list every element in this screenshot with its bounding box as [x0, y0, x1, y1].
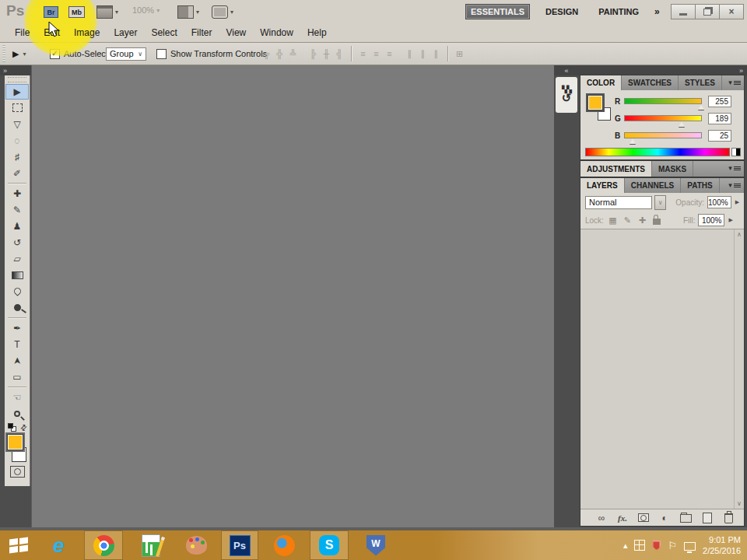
taskbar-editor-button[interactable] [135, 530, 167, 560]
eraser-tool[interactable]: ▱ [5, 250, 30, 267]
delete-layer-icon[interactable] [723, 512, 734, 523]
workspace-overflow-button[interactable]: » [654, 6, 660, 17]
lock-pixels-icon[interactable]: ✎ [622, 215, 633, 226]
distribute-left-edges-icon[interactable]: ∥ [404, 47, 416, 60]
path-selection-tool[interactable]: ➤ [5, 352, 30, 369]
foreground-color-swatch[interactable] [7, 434, 23, 450]
tray-flag-icon[interactable]: ⚐ [668, 540, 677, 551]
tab-layers[interactable]: LAYERS [580, 178, 625, 193]
crop-tool[interactable]: ♯ [5, 149, 30, 165]
panel-menu-icon[interactable]: ▾ [728, 163, 741, 173]
taskbar-paint-button[interactable] [181, 530, 212, 560]
restore-button[interactable] [695, 4, 720, 19]
lock-position-icon[interactable]: ✚ [637, 215, 648, 226]
pen-tool[interactable]: ✒ [5, 320, 30, 336]
foreground-color-swatch[interactable] [587, 95, 603, 110]
slider-handle[interactable] [698, 104, 704, 110]
tab-adjustments[interactable]: ADJUSTMENTS [580, 161, 652, 177]
close-button[interactable]: × [719, 4, 744, 19]
align-top-edges-icon[interactable]: ╦ [261, 47, 272, 60]
brush-tool[interactable]: ✎ [5, 201, 30, 218]
blur-tool[interactable] [5, 283, 30, 299]
taskbar-photoshop-button[interactable]: Ps [221, 530, 258, 560]
history-panel-chip[interactable]: ▚▚ ↺ [556, 77, 577, 113]
clone-stamp-tool[interactable]: ♟ [5, 218, 30, 234]
green-slider[interactable] [624, 115, 702, 121]
menu-filter[interactable]: Filter [184, 25, 219, 40]
tool-preset-button[interactable]: ▶ ▾ [12, 43, 26, 65]
fill-field[interactable]: 100% [698, 214, 724, 226]
red-value-field[interactable]: 255 [708, 96, 731, 107]
launch-mini-bridge-button[interactable]: Mb [68, 6, 85, 18]
fill-spinner-icon[interactable]: ▶ [728, 217, 732, 223]
align-horizontal-centers-icon[interactable]: ╫ [321, 47, 332, 60]
lock-all-icon[interactable] [651, 215, 663, 225]
workspace-essentials[interactable]: ESSENTIALS [465, 4, 530, 19]
tab-styles[interactable]: STYLES [679, 75, 722, 90]
tray-window-icon[interactable] [634, 540, 645, 551]
align-bottom-edges-icon[interactable]: ╩ [287, 47, 299, 60]
menu-view[interactable]: View [219, 25, 253, 40]
tab-masks[interactable]: MASKS [652, 161, 693, 177]
taskbar-chrome-button[interactable] [84, 530, 123, 560]
distribute-bottom-edges-icon[interactable]: ≡ [384, 47, 395, 60]
distribute-right-edges-icon[interactable]: ∥ [430, 47, 442, 60]
auto-select-checkbox[interactable]: ✓ [50, 49, 60, 59]
blue-value-field[interactable]: 25 [708, 130, 731, 142]
taskbar-skype-button[interactable]: S [310, 530, 349, 560]
eyedropper-tool[interactable]: ✐ [5, 165, 30, 181]
options-grip[interactable] [2, 45, 5, 62]
tab-paths[interactable]: PATHS [681, 178, 719, 193]
start-button[interactable] [3, 530, 34, 560]
arrange-documents-button[interactable]: ▾ [177, 5, 199, 19]
opacity-field[interactable]: 100% [707, 196, 731, 208]
blue-slider[interactable] [624, 132, 702, 138]
new-adjustment-layer-icon[interactable]: ◐ [659, 513, 670, 523]
tab-swatches[interactable]: SWATCHES [622, 75, 679, 90]
rectangular-marquee-tool[interactable] [5, 100, 30, 116]
lock-transparency-icon[interactable]: ▦ [607, 215, 619, 226]
toolbox-header[interactable]: » [0, 65, 31, 75]
distribute-vertical-centers-icon[interactable]: ≡ [370, 47, 382, 60]
layer-style-icon[interactable]: fx. [617, 513, 628, 523]
blend-mode-chevron[interactable]: ∨ [654, 195, 666, 210]
menu-file[interactable]: File [8, 25, 37, 40]
slider-handle[interactable] [679, 121, 685, 127]
color-spectrum-ramp[interactable] [585, 148, 730, 156]
new-group-icon[interactable] [680, 513, 692, 523]
workspace-painting[interactable]: PAINTING [594, 5, 644, 19]
type-tool[interactable]: T [5, 336, 30, 352]
dodge-tool[interactable] [5, 299, 30, 316]
menu-help[interactable]: Help [300, 25, 334, 40]
default-colors-icon[interactable] [8, 423, 16, 432]
layers-list[interactable]: ∧ ∨ [580, 229, 744, 509]
scroll-down-icon[interactable]: ∨ [737, 500, 742, 507]
taskbar-clock[interactable]: 9:01 PM 2/25/2016 [703, 534, 741, 556]
swap-colors-icon[interactable]: ⇄ [18, 422, 29, 433]
distribute-horizontal-centers-icon[interactable]: ∥ [417, 47, 429, 60]
menu-window[interactable]: Window [253, 25, 300, 40]
lasso-tool[interactable]: ▽ [5, 116, 30, 132]
menu-select[interactable]: Select [144, 25, 184, 40]
taskbar-firefox-button[interactable] [268, 530, 300, 560]
auto-align-layers-icon[interactable]: ⊞ [454, 47, 465, 60]
blend-mode-dropdown[interactable]: Normal [585, 196, 652, 209]
menu-layer[interactable]: Layer [107, 25, 144, 40]
history-brush-tool[interactable]: ↺ [5, 234, 30, 250]
tray-security-shield-icon[interactable] [652, 541, 661, 551]
collapsed-dock-header[interactable]: « [554, 65, 579, 75]
tab-channels[interactable]: CHANNELS [625, 178, 682, 193]
spectrum-bw-swatches[interactable] [731, 148, 741, 156]
move-tool[interactable]: ▶ [5, 84, 29, 100]
panel-menu-icon[interactable]: ▾ [728, 180, 741, 190]
panel-menu-icon[interactable]: ▾ [728, 78, 741, 87]
green-value-field[interactable]: 189 [708, 113, 731, 124]
toolbox-grip[interactable] [8, 77, 26, 82]
quick-mask-button[interactable] [10, 466, 25, 478]
rectangle-tool[interactable]: ▭ [5, 369, 30, 385]
show-transform-checkbox[interactable] [156, 49, 167, 59]
opacity-spinner-icon[interactable]: ▶ [735, 199, 739, 205]
link-layers-icon[interactable]: ∞ [596, 513, 607, 523]
layers-scrollbar[interactable]: ∧ ∨ [734, 229, 744, 509]
align-right-edges-icon[interactable]: ╣ [334, 47, 345, 60]
